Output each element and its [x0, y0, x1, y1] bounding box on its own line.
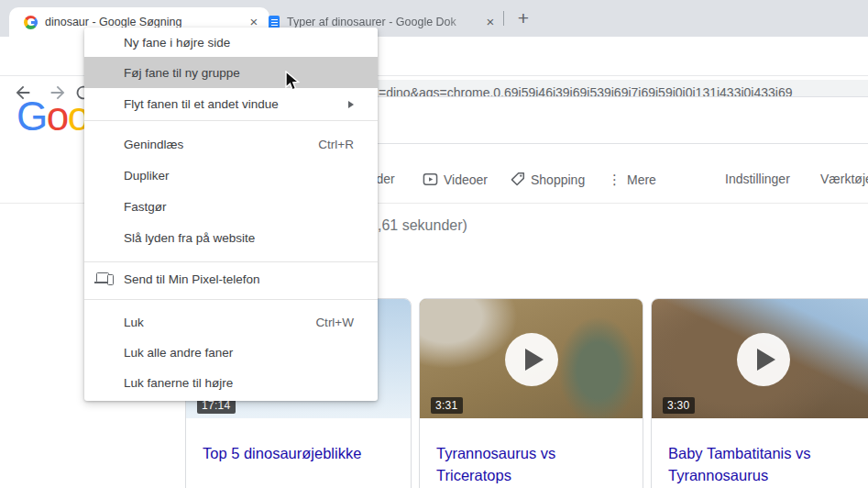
- nav-label: Videoer: [444, 172, 488, 187]
- nav-label: Værktøjer: [820, 172, 868, 186]
- menu-item-label: Luk: [124, 316, 144, 329]
- video-duration-badge: 3:30: [663, 397, 695, 414]
- video-icon: [423, 172, 438, 187]
- nav-shopping[interactable]: Shopping: [510, 172, 585, 187]
- tab-title: dinosaur - Google Søgning: [45, 16, 238, 28]
- menu-item-label: Slå lyden fra på website: [124, 231, 255, 245]
- nav-indstillinger[interactable]: Indstillinger: [725, 172, 790, 186]
- nav-videoer[interactable]: Videoer: [423, 172, 488, 187]
- menu-item-label: Luk alle andre faner: [124, 346, 233, 360]
- tab-separator: [503, 11, 504, 26]
- video-thumbnail[interactable]: 3:31: [420, 299, 643, 418]
- menu-item-label: Dupliker: [124, 169, 170, 183]
- menu-item-fastgoer[interactable]: Fastgør: [84, 191, 378, 222]
- nav-label: Indstillinger: [725, 172, 790, 186]
- menu-item-send-til-pixel[interactable]: Send til Min Pixel-telefon: [84, 262, 378, 295]
- tab-close-icon[interactable]: ×: [482, 14, 499, 30]
- menu-item-flyt-fanen[interactable]: Flyt fanen til et andet vindue: [84, 88, 378, 120]
- menu-item-luk-fanerne-til-hoejre[interactable]: Luk fanerne til højre: [84, 368, 378, 398]
- video-title-link[interactable]: Tyrannosaurus vs Triceratops: [420, 418, 643, 487]
- menu-shortcut: Ctrl+W: [315, 316, 354, 329]
- menu-item-luk[interactable]: Luk Ctrl+W: [84, 307, 378, 338]
- menu-item-luk-alle-andre[interactable]: Luk alle andre faner: [84, 338, 378, 368]
- nav-mere[interactable]: ⋮ Mere: [608, 172, 656, 188]
- video-card[interactable]: 3:31 Tyrannosaurus vs Triceratops: [419, 298, 643, 488]
- mouse-cursor-icon: [284, 71, 304, 93]
- submenu-arrow-icon: [348, 101, 354, 108]
- play-button-icon[interactable]: [737, 333, 790, 386]
- video-thumbnail[interactable]: 3:30: [652, 299, 868, 418]
- new-tab-button[interactable]: +: [511, 6, 536, 31]
- menu-shortcut: Ctrl+R: [318, 138, 354, 151]
- menu-item-ny-fane[interactable]: Ny fane i højre side: [84, 28, 378, 57]
- menu-item-label: Genindlæs: [124, 138, 183, 151]
- browser-window: dinosaur - Google Søgning × Typer af din…: [0, 0, 868, 488]
- video-card[interactable]: 3:30 Baby Tambatitanis vs Tyrannosaurus: [651, 298, 868, 488]
- menu-item-label: Flyt fanen til et andet vindue: [124, 97, 279, 111]
- menu-item-label: Fastgør: [124, 200, 167, 214]
- more-dots-icon: ⋮: [608, 172, 621, 188]
- nav-label: Mere: [627, 172, 656, 187]
- logo-letter: G: [16, 94, 47, 139]
- menu-item-dupliker[interactable]: Dupliker: [84, 160, 378, 191]
- menu-item-label: Luk fanerne til højre: [124, 376, 233, 390]
- menu-item-foej-fane-til-ny-gruppe[interactable]: Føj fane til ny gruppe: [84, 57, 378, 88]
- logo-letter: o: [47, 94, 68, 139]
- result-stats: ,61 sekunder): [378, 217, 467, 234]
- menu-item-label: Ny fane i højre side: [124, 36, 230, 50]
- play-button-icon[interactable]: [505, 333, 558, 386]
- menu-item-label: Føj fane til ny gruppe: [124, 66, 240, 80]
- video-title-link[interactable]: Top 5 dinosaurøjeblikke: [186, 418, 411, 465]
- nav-label: Shopping: [531, 172, 585, 187]
- shopping-tag-icon: [510, 172, 525, 187]
- tab-context-menu: Ny fane i højre side Føj fane til ny gru…: [84, 28, 378, 401]
- video-duration-badge: 3:31: [431, 397, 463, 414]
- video-title-link[interactable]: Baby Tambatitanis vs Tyrannosaurus: [652, 418, 868, 487]
- menu-item-genindlaes[interactable]: Genindlæs Ctrl+R: [84, 128, 378, 160]
- menu-separator: [84, 120, 378, 121]
- tab-title: Typer af dinosaurer - Google Dok: [287, 16, 475, 28]
- send-to-device-icon: [96, 272, 114, 284]
- google-favicon-icon: [24, 16, 38, 29]
- menu-separator: [84, 299, 378, 300]
- nav-vaerktoejer[interactable]: Værktøjer: [820, 172, 868, 186]
- menu-item-slaa-lyden-fra[interactable]: Slå lyden fra på website: [84, 222, 378, 253]
- menu-item-label: Send til Min Pixel-telefon: [124, 272, 260, 286]
